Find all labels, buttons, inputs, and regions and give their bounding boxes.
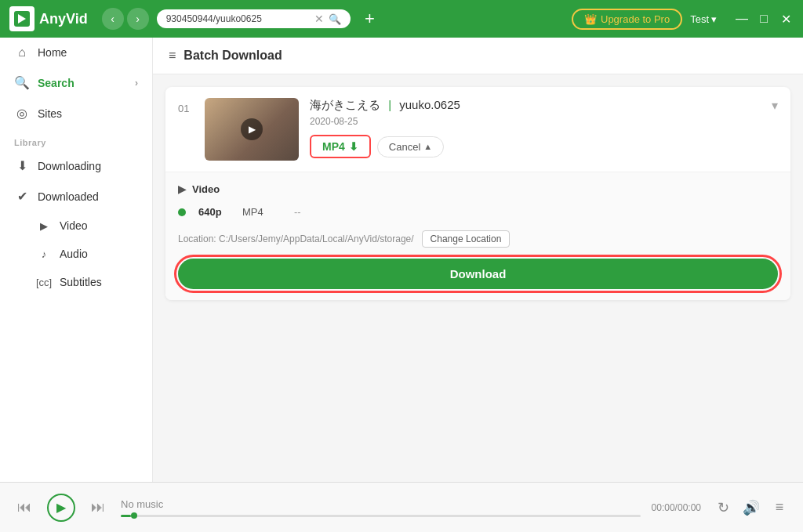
nav-arrows: ‹ ›: [102, 8, 149, 30]
change-location-button[interactable]: Change Location: [422, 230, 511, 248]
sidebar-item-downloaded[interactable]: ✔ Downloaded: [0, 181, 152, 212]
format-download-icon: ⬇: [349, 140, 358, 153]
content-area: ≡ Batch Download 01 ▶ 海がきこえる | yuuk: [153, 38, 803, 482]
cancel-button[interactable]: Cancel ▲: [377, 136, 444, 157]
user-label: Test: [690, 13, 709, 25]
window-controls: — □ ✕: [734, 11, 794, 27]
add-tab-button[interactable]: +: [358, 8, 380, 30]
format-section-label: ▶ Video: [178, 183, 778, 195]
titlebar: AnyVid ‹ › 930450944/yuuko0625 ✕ 🔍 + 👑 U…: [0, 0, 803, 38]
video-title-text: 海がきこえる: [310, 98, 380, 111]
search-icon: 🔍: [14, 75, 30, 90]
card-expand-icon[interactable]: ▾: [772, 98, 778, 113]
format-select-button[interactable]: MP4 ⬇: [310, 135, 371, 158]
upgrade-label: Upgrade to Pro: [601, 13, 670, 25]
sites-icon: ◎: [14, 106, 30, 121]
sidebar-item-downloaded-label: Downloaded: [38, 190, 99, 203]
minimize-button[interactable]: —: [734, 11, 750, 27]
format-row: 640p MP4 --: [178, 203, 778, 221]
video-card-body: ▶ Video 640p MP4 -- Location: C:/Users/J…: [165, 172, 790, 300]
quality-label: 640p: [198, 206, 230, 218]
upgrade-button[interactable]: 👑 Upgrade to Pro: [572, 9, 682, 30]
video-date: 2020-08-25: [310, 116, 761, 127]
time-display: 00:00/00:00: [652, 502, 701, 513]
quality-dot: [178, 208, 186, 216]
content-header: ≡ Batch Download: [153, 38, 803, 74]
format-section: ▶ Video 640p MP4 --: [178, 183, 778, 221]
home-icon: ⌂: [14, 45, 30, 60]
sidebar-item-downloading-label: Downloading: [38, 160, 101, 172]
video-card-header: 01 ▶ 海がきこえる | yuuko.0625 2020-08-25: [165, 87, 790, 172]
logo-icon: [9, 6, 35, 31]
app-name: AnyVid: [39, 11, 88, 27]
close-button[interactable]: ✕: [778, 11, 794, 27]
crown-icon: 👑: [584, 13, 597, 25]
repeat-button[interactable]: ↻: [712, 497, 734, 519]
format-label: MP4: [322, 140, 345, 153]
format-section-title: Video: [192, 183, 220, 195]
download-label: Download: [450, 267, 507, 280]
sidebar-item-sites-label: Sites: [38, 107, 62, 120]
video-actions: MP4 ⬇ Cancel ▲: [310, 135, 761, 158]
sidebar-item-video[interactable]: ▶ Video: [0, 212, 152, 240]
forward-button[interactable]: ›: [127, 8, 149, 30]
sidebar-item-search[interactable]: 🔍 Search ›: [0, 67, 152, 98]
player-controls-right: ↻ 🔊 ≡: [712, 497, 790, 519]
url-close-icon[interactable]: ✕: [314, 13, 324, 25]
sidebar-item-home-label: Home: [38, 46, 67, 59]
url-text: 930450944/yuuko0625: [166, 13, 311, 24]
next-button[interactable]: ⏭: [86, 496, 110, 519]
prev-button[interactable]: ⏮: [13, 496, 36, 519]
sidebar: ⌂ Home 🔍 Search › ◎ Sites Library ⬇ Down…: [0, 38, 153, 482]
volume-button[interactable]: 🔊: [740, 497, 762, 519]
download-button[interactable]: Download: [178, 259, 778, 289]
progress-bar[interactable]: [121, 515, 641, 517]
progress-dot: [131, 512, 137, 519]
player-progress: [121, 515, 641, 517]
url-bar: 930450944/yuuko0625 ✕ 🔍: [157, 9, 351, 28]
sidebar-item-video-label: Video: [60, 219, 88, 232]
user-chevron-icon: ▾: [711, 13, 717, 25]
maximize-button[interactable]: □: [756, 11, 772, 27]
sidebar-item-home[interactable]: ⌂ Home: [0, 38, 152, 67]
change-location-label: Change Location: [431, 233, 502, 244]
video-number: 01: [178, 103, 194, 114]
sidebar-item-audio-label: Audio: [60, 248, 88, 260]
video-info: 海がきこえる | yuuko.0625 2020-08-25 MP4 ⬇ Can…: [310, 98, 761, 158]
batch-icon: ≡: [169, 49, 176, 63]
cancel-chevron-icon: ▲: [423, 142, 432, 151]
library-section-label: Library: [0, 128, 152, 150]
cancel-label: Cancel: [389, 141, 420, 153]
sidebar-item-subtitles-label: Subtitles: [60, 276, 102, 288]
video-title: 海がきこえる | yuuko.0625: [310, 98, 761, 113]
play-overlay-icon: ▶: [241, 118, 263, 140]
search-arrow-icon: ›: [135, 78, 138, 89]
sidebar-item-search-label: Search: [38, 77, 74, 89]
sidebar-item-downloading[interactable]: ⬇ Downloading: [0, 150, 152, 181]
video-list: 01 ▶ 海がきこえる | yuuko.0625 2020-08-25: [153, 74, 803, 482]
progress-fill: [121, 515, 131, 517]
video-icon: ▶: [36, 220, 52, 232]
downloading-icon: ⬇: [14, 158, 30, 173]
back-button[interactable]: ‹: [102, 8, 124, 30]
video-channel: yuuko.0625: [399, 98, 460, 111]
url-search-icon: 🔍: [329, 13, 341, 25]
play-button[interactable]: ▶: [47, 494, 75, 522]
playlist-button[interactable]: ≡: [768, 497, 790, 519]
audio-icon: ♪: [36, 248, 52, 260]
sidebar-item-sites[interactable]: ◎ Sites: [0, 98, 152, 128]
sidebar-item-audio[interactable]: ♪ Audio: [0, 240, 152, 268]
downloaded-icon: ✔: [14, 189, 30, 204]
user-menu-button[interactable]: Test ▾: [690, 13, 717, 25]
format-type: MP4: [242, 206, 282, 218]
location-text: Location: C:/Users/Jemy/AppData/Local/An…: [178, 233, 414, 244]
bottom-player: ⏮ ▶ ⏭ No music 00:00/00:00 ↻ 🔊 ≡: [0, 482, 803, 532]
player-title: No music: [121, 498, 641, 510]
format-dash: --: [294, 206, 301, 218]
main-layout: ⌂ Home 🔍 Search › ◎ Sites Library ⬇ Down…: [0, 38, 803, 482]
app-logo: AnyVid: [9, 6, 88, 31]
video-card: 01 ▶ 海がきこえる | yuuko.0625 2020-08-25: [165, 87, 790, 300]
player-info: No music: [121, 498, 641, 517]
sidebar-item-subtitles[interactable]: [cc] Subtitles: [0, 268, 152, 296]
video-thumbnail[interactable]: ▶: [205, 98, 299, 161]
